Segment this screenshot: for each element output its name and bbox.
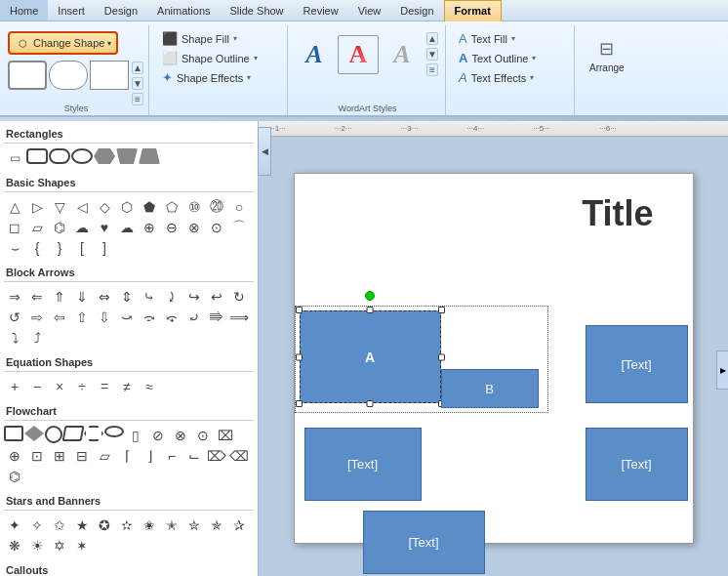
menu-insert[interactable]: Insert [48, 0, 95, 21]
menu-slideshow[interactable]: Slide Show [221, 0, 294, 21]
bs-21[interactable]: ⊙ [206, 218, 227, 237]
bs-23[interactable]: ⌣ [4, 238, 25, 258]
text-effects-dropdown[interactable]: ▾ [530, 73, 534, 82]
shapes-panel-content[interactable]: Rectangles ▭ Basic Shapes △ ▷ ▽ [0, 121, 258, 576]
bs-3[interactable]: ▽ [49, 197, 70, 217]
fc-13[interactable]: ⊡ [26, 446, 48, 466]
bs-26[interactable]: [ [71, 238, 93, 258]
wordart-scroll-up[interactable]: ▲ [426, 32, 438, 45]
text-fill-dropdown[interactable]: ▾ [511, 34, 515, 43]
handle-tr[interactable] [438, 307, 445, 313]
panel-collapse-button[interactable]: ◀ [258, 127, 271, 176]
st-3[interactable]: ✩ [49, 515, 70, 535]
shape-fill-dropdown[interactable]: ▾ [233, 34, 237, 43]
eq-4[interactable]: ÷ [71, 377, 93, 396]
ba-24[interactable]: ⤴ [26, 328, 48, 348]
shapes-scroll-up[interactable]: ▲ [132, 62, 143, 74]
bs-18[interactable]: ⊕ [139, 218, 160, 237]
shape-a-selected-group[interactable]: A [300, 310, 441, 403]
handle-ml[interactable] [296, 353, 303, 360]
fc-20[interactable]: ⌙ [183, 446, 205, 466]
bs-27[interactable]: ] [94, 238, 115, 258]
bs-12[interactable]: ◻ [4, 218, 25, 237]
shape-rect-3[interactable] [49, 148, 70, 164]
bs-20[interactable]: ⊗ [183, 218, 205, 237]
bs-4[interactable]: ◁ [71, 197, 93, 217]
change-shape-dropdown[interactable]: ▾ [107, 39, 111, 48]
wordart-expand[interactable]: ≡ [426, 63, 438, 76]
fc-17[interactable]: ⌈ [116, 446, 138, 466]
rotation-handle[interactable] [365, 291, 375, 301]
shape-rect-6[interactable] [116, 148, 138, 164]
st-2[interactable]: ✧ [26, 515, 48, 535]
ba-5[interactable]: ⇔ [94, 287, 115, 307]
shape-f[interactable]: [Text] [363, 511, 485, 574]
bs-6[interactable]: ⬡ [116, 197, 138, 217]
ba-9[interactable]: ↪ [183, 287, 205, 307]
st-10[interactable]: ✯ [206, 515, 227, 535]
menu-format[interactable]: Format [444, 0, 502, 21]
st-8[interactable]: ✭ [161, 515, 182, 535]
text-effects-button[interactable]: A Text Effects ▾ [452, 68, 543, 87]
fc-11[interactable]: ⌧ [215, 426, 236, 445]
st-13[interactable]: ☀ [26, 536, 48, 555]
bs-2[interactable]: ▷ [26, 197, 48, 217]
st-9[interactable]: ✮ [183, 515, 205, 535]
bs-8[interactable]: ⬠ [161, 197, 182, 217]
ba-10[interactable]: ↩ [206, 287, 227, 307]
arrange-button[interactable]: ⊟ Arrange [581, 33, 633, 78]
st-15[interactable]: ✶ [71, 536, 93, 555]
fc-9[interactable]: ⊗ [170, 426, 191, 445]
bs-22[interactable]: ⌒ [228, 218, 250, 237]
shape-rect-5[interactable] [94, 148, 115, 164]
ba-4[interactable]: ⇓ [71, 287, 93, 307]
shape-thumb-1[interactable] [8, 61, 47, 90]
ba-11[interactable]: ↻ [228, 287, 250, 307]
bs-15[interactable]: ☁ [71, 218, 93, 237]
eq-7[interactable]: ≈ [139, 377, 160, 396]
menu-home[interactable]: Home [0, 0, 48, 21]
shape-effects-dropdown[interactable]: ▾ [247, 73, 251, 82]
fc-16[interactable]: ▱ [94, 446, 115, 466]
shape-thumb-2[interactable] [49, 61, 88, 90]
fc-23[interactable]: ⌬ [4, 467, 25, 486]
bs-25[interactable]: } [49, 238, 70, 258]
st-11[interactable]: ✰ [228, 515, 250, 535]
menu-design-2[interactable]: Design [390, 0, 443, 21]
bs-10[interactable]: ⑳ [206, 197, 227, 217]
text-fill-button[interactable]: A Text Fill ▾ [452, 29, 543, 48]
ba-1[interactable]: ⇒ [4, 287, 25, 307]
menu-review[interactable]: Review [294, 0, 348, 21]
shape-effects-button[interactable]: ✦ Shape Effects ▾ [155, 68, 264, 87]
handle-bl[interactable] [296, 400, 303, 407]
ba-13[interactable]: ⇨ [26, 308, 48, 327]
menu-view[interactable]: View [348, 0, 391, 21]
fc-15[interactable]: ⊟ [71, 446, 93, 466]
st-7[interactable]: ✬ [139, 515, 160, 535]
fc-7[interactable]: ▯ [125, 426, 146, 445]
bs-17[interactable]: ☁ [116, 218, 138, 237]
fc-22[interactable]: ⌫ [228, 446, 250, 466]
fc-1[interactable] [4, 426, 23, 441]
ba-14[interactable]: ⇦ [49, 308, 70, 327]
shape-d[interactable]: [Text] [304, 428, 422, 501]
bs-13[interactable]: ▱ [26, 218, 48, 237]
menu-design-1[interactable]: Design [95, 0, 147, 21]
bs-24[interactable]: { [26, 238, 48, 258]
fc-5[interactable] [84, 426, 103, 441]
shape-rect-4[interactable] [71, 148, 93, 164]
ba-7[interactable]: ⤷ [139, 287, 160, 307]
shapes-scroll-down[interactable]: ▼ [132, 77, 143, 90]
ba-19[interactable]: ⤽ [161, 308, 182, 327]
ba-21[interactable]: ⭆ [206, 308, 227, 327]
slide-canvas[interactable]: Title A B [294, 173, 694, 544]
shape-rect-7[interactable] [139, 148, 160, 164]
eq-3[interactable]: × [49, 377, 70, 396]
st-6[interactable]: ✫ [116, 515, 138, 535]
handle-mr[interactable] [438, 353, 445, 360]
fc-14[interactable]: ⊞ [49, 446, 70, 466]
shape-c[interactable]: [Text] [586, 325, 688, 403]
bs-1[interactable]: △ [4, 197, 25, 217]
bs-14[interactable]: ⌬ [49, 218, 70, 237]
fc-2[interactable] [24, 426, 44, 441]
